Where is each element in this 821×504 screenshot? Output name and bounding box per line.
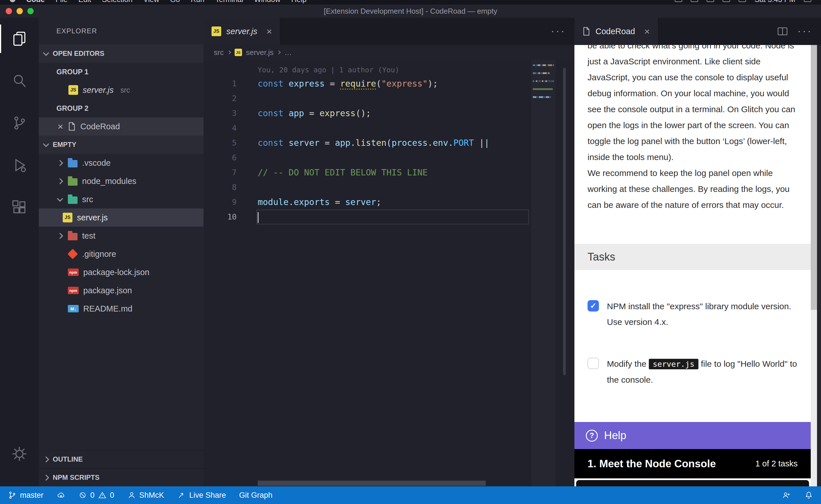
- close-icon[interactable]: ×: [267, 26, 272, 37]
- chevron-right-icon: [57, 160, 63, 166]
- line-number: 5: [203, 136, 244, 150]
- branch-indicator[interactable]: master: [8, 491, 44, 500]
- window-title-bar: [Extension Development Host] - CodeRoad …: [0, 5, 821, 18]
- code-line-1[interactable]: 1const express = require("express");: [203, 76, 574, 91]
- code-line-3[interactable]: 3const app = express();: [203, 106, 574, 121]
- open-editor-detail: src: [120, 86, 130, 94]
- chevron-right-icon: [57, 233, 63, 239]
- more-actions-icon[interactable]: ···: [551, 29, 566, 33]
- tree-item-src[interactable]: src: [39, 190, 203, 208]
- open-editor-server-js[interactable]: JS server.js src: [39, 81, 203, 99]
- section-npm-scripts[interactable]: NPM SCRIPTS: [39, 468, 203, 486]
- chevron-down-icon: [43, 141, 49, 147]
- live-share-contacts-button[interactable]: [782, 491, 791, 499]
- tree-item-label: .gitignore: [82, 249, 116, 259]
- menubar-clock[interactable]: Sat 3:43 PM: [755, 0, 795, 4]
- tree-item-package-json[interactable]: npm package.json: [39, 281, 203, 300]
- file-icon: [68, 122, 76, 131]
- tree-item-package-lock[interactable]: npm package-lock.json: [39, 263, 203, 281]
- tree-item-test[interactable]: test: [39, 227, 203, 245]
- tree-item-server-js[interactable]: JS server.js: [39, 208, 203, 227]
- menu-item-edit[interactable]: Edit: [78, 0, 91, 4]
- menubar-status-icon[interactable]: [707, 0, 714, 2]
- scrollbar-thumb[interactable]: [811, 45, 817, 310]
- minimap-line: [533, 80, 554, 82]
- menu-item-code[interactable]: Code: [26, 0, 45, 4]
- menubar-status-icon[interactable]: [675, 0, 682, 2]
- breadcrumb-file[interactable]: server.js: [246, 48, 274, 57]
- close-icon[interactable]: ×: [58, 122, 63, 131]
- code-line-7[interactable]: 7// -- DO NOT EDIT BELOW THIS LINE: [203, 165, 574, 180]
- person-icon: [127, 491, 136, 499]
- horizontal-scrollbar[interactable]: [258, 481, 486, 486]
- menubar-status-icon[interactable]: [691, 0, 698, 2]
- split-editor-icon[interactable]: [777, 27, 788, 36]
- explorer-icon[interactable]: [0, 18, 39, 60]
- help-bar[interactable]: ? Help: [574, 422, 811, 449]
- folder-icon: [68, 233, 77, 240]
- tab-coderoad[interactable]: CodeRoad ×: [574, 18, 658, 45]
- open-editor-coderoad[interactable]: × CodeRoad: [39, 117, 203, 136]
- run-and-debug-icon[interactable]: [0, 144, 39, 186]
- breadcrumb-symbol[interactable]: …: [284, 48, 292, 57]
- section-label: NPM SCRIPTS: [53, 474, 99, 482]
- section-outline[interactable]: OUTLINE: [39, 450, 203, 468]
- menu-item-view[interactable]: View: [143, 0, 159, 4]
- menu-item-help[interactable]: Help: [291, 0, 307, 4]
- section-workspace-empty[interactable]: EMPTY: [39, 136, 203, 154]
- tree-item-node-modules[interactable]: node_modules: [39, 172, 203, 190]
- notifications-button[interactable]: [804, 491, 813, 499]
- extensions-icon[interactable]: [0, 186, 39, 228]
- section-open-editors[interactable]: OPEN EDITORS: [39, 44, 203, 63]
- code-line-8[interactable]: 8: [203, 180, 574, 195]
- editor-tab-bar: JS server.js × ···: [203, 18, 574, 45]
- search-icon[interactable]: [0, 60, 39, 102]
- tab-server-js[interactable]: JS server.js ×: [203, 18, 280, 45]
- menu-item-terminal[interactable]: Terminal: [215, 0, 243, 4]
- more-actions-icon[interactable]: ···: [797, 29, 812, 33]
- account-indicator[interactable]: ShMcK: [127, 491, 164, 500]
- settings-gear-icon[interactable]: [0, 433, 39, 475]
- continue-button-partial[interactable]: [576, 480, 809, 486]
- code-line-6[interactable]: 6: [203, 150, 574, 165]
- code-line-4[interactable]: 4: [203, 121, 574, 136]
- menu-item-go[interactable]: Go: [170, 0, 180, 4]
- breadcrumb[interactable]: src JS server.js …: [203, 45, 574, 60]
- webview-scrollbar[interactable]: [811, 45, 817, 486]
- open-editors-group-1: GROUP 1: [39, 63, 203, 81]
- lesson-footer[interactable]: 1. Meet the Node Console 1 of 2 tasks: [574, 449, 811, 478]
- menubar-status-icon[interactable]: [739, 0, 746, 2]
- menu-item-window[interactable]: Window: [254, 0, 280, 4]
- task-checkbox-unchecked[interactable]: [587, 358, 599, 369]
- problems-indicator[interactable]: 0 0: [78, 491, 114, 500]
- menu-item-file[interactable]: File: [56, 0, 68, 4]
- code-line-9[interactable]: 9module.exports = server;: [203, 195, 574, 210]
- minimap[interactable]: [531, 60, 555, 486]
- close-icon[interactable]: ×: [644, 26, 650, 37]
- gitlens-blame-annotation: You, 20 days ago | 1 author (You): [258, 64, 574, 76]
- tab-label: server.js: [226, 27, 258, 36]
- source-control-icon[interactable]: [0, 102, 39, 144]
- breadcrumb-folder[interactable]: src: [214, 48, 224, 57]
- code-line-2[interactable]: 2: [203, 91, 574, 106]
- tree-item-vscode[interactable]: .vscode: [39, 154, 203, 172]
- git-graph-button[interactable]: Git Graph: [239, 491, 273, 500]
- editor-scrollbar[interactable]: [563, 68, 566, 375]
- tree-item-readme[interactable]: M↓ README.md: [39, 300, 203, 318]
- line-number: 8: [203, 180, 244, 195]
- task-checkbox-checked[interactable]: ✓: [587, 300, 599, 312]
- folder-icon: [68, 178, 77, 186]
- code-line-5[interactable]: 5const server = app.listen(process.env.P…: [203, 136, 574, 150]
- tree-item-gitignore[interactable]: .gitignore: [39, 245, 203, 263]
- live-share-button[interactable]: Live Share: [177, 491, 226, 500]
- menubar-status-icon[interactable]: [804, 0, 811, 2]
- publish-indicator[interactable]: [57, 491, 65, 499]
- menubar-status-icon[interactable]: [723, 0, 730, 2]
- code-editor[interactable]: You, 20 days ago | 1 author (You) 1const…: [203, 60, 574, 486]
- menu-item-run[interactable]: Run: [191, 0, 204, 4]
- git-icon: [68, 249, 78, 259]
- apple-menu-icon[interactable]: [10, 0, 15, 2]
- tab-label: CodeRoad: [595, 27, 635, 36]
- menu-item-selection[interactable]: Selection: [102, 0, 132, 4]
- code-line-10[interactable]: 10: [203, 210, 574, 224]
